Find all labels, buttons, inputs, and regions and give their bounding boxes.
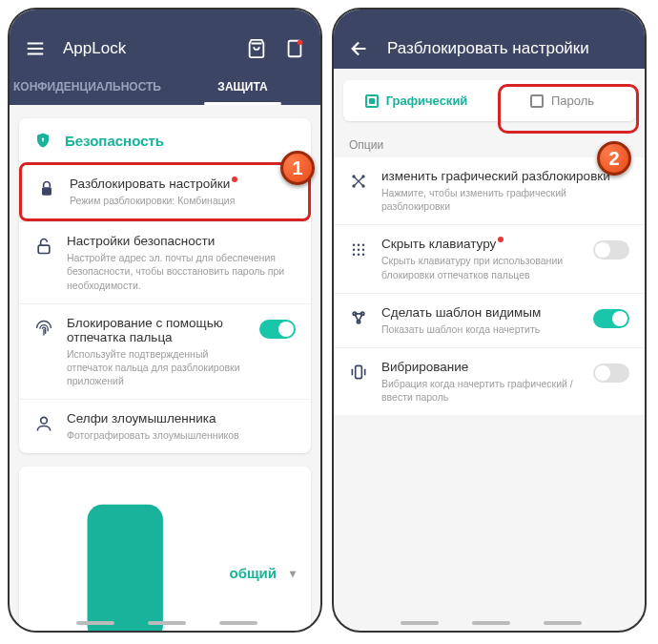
visible-toggle[interactable] bbox=[593, 309, 629, 328]
row-change-pattern[interactable]: изменить графический разблокировки Нажми… bbox=[334, 157, 645, 224]
options-list: изменить графический разблокировки Нажми… bbox=[334, 157, 645, 415]
general-card[interactable]: общий ▾ bbox=[19, 467, 311, 631]
row-unlock-settings[interactable]: Разблокировать настройки Режим разблокир… bbox=[19, 162, 311, 221]
segment-pattern-label: Графический bbox=[386, 93, 468, 108]
visible-title: Сделать шаблон видимым bbox=[381, 305, 580, 320]
square-check-icon bbox=[365, 94, 379, 108]
shield-icon bbox=[34, 132, 51, 149]
security-card: Безопасность Разблокировать настройки Ре… bbox=[19, 118, 311, 453]
shop-icon[interactable] bbox=[246, 38, 267, 59]
segment-container: Графический Пароль bbox=[334, 69, 645, 127]
svg-rect-5 bbox=[38, 245, 50, 253]
svg-point-14 bbox=[362, 244, 365, 247]
nav-pill bbox=[401, 621, 439, 625]
nav-pill bbox=[76, 621, 114, 625]
screen-applock-settings: AppLock КОНФИДЕНЦИАЛЬНОСТЬ ЗАЩИТА Безопа… bbox=[8, 8, 322, 633]
hidekb-toggle[interactable] bbox=[593, 240, 629, 260]
security-header-label: Безопасность bbox=[65, 133, 164, 149]
vibrate-sub: Вибрация когда начертить графический / в… bbox=[381, 377, 580, 404]
selfie-title: Селфи злоумышленника bbox=[67, 411, 296, 426]
finger-text: Блокирование с помощью отпечатка пальца … bbox=[67, 316, 246, 388]
svg-rect-3 bbox=[42, 139, 43, 141]
unlock-title: Разблокировать настройки bbox=[70, 177, 230, 191]
pattern-icon bbox=[349, 172, 368, 191]
content-area: Безопасность Разблокировать настройки Ре… bbox=[10, 105, 320, 631]
nav-pill bbox=[219, 621, 257, 625]
row-hide-keyboard[interactable]: Скрыть клавиатуру Скрыть клавиатуру при … bbox=[334, 224, 645, 292]
app-title: AppLock bbox=[63, 39, 229, 58]
selfie-text: Селфи злоумышленника Фотографировать зло… bbox=[67, 411, 296, 442]
vibrate-toggle[interactable] bbox=[593, 364, 629, 383]
keyboard-icon bbox=[349, 239, 368, 259]
hidekb-sub: Скрыть клавиатуру при использовании блок… bbox=[381, 254, 580, 280]
square-icon bbox=[530, 94, 544, 108]
fingerprint-icon bbox=[34, 319, 53, 338]
visible-icon bbox=[349, 308, 368, 327]
lock-icon bbox=[37, 179, 56, 198]
change-sub: Нажмите, чтобы изменить графический разб… bbox=[381, 186, 629, 213]
tab-protect[interactable]: ЗАЩИТА bbox=[165, 69, 320, 105]
svg-point-1 bbox=[298, 40, 303, 46]
svg-point-6 bbox=[41, 418, 48, 425]
selfie-sub: Фотографировать злоумышленников bbox=[67, 428, 296, 442]
unlock-sub: Режим разблокировки: Комбинация bbox=[70, 194, 293, 207]
svg-point-15 bbox=[353, 249, 356, 252]
svg-point-18 bbox=[353, 254, 356, 257]
tabs: КОНФИДЕНЦИАЛЬНОСТЬ ЗАЩИТА bbox=[10, 69, 320, 105]
finger-sub: Используйте подтвержденный отпечаток пал… bbox=[67, 347, 246, 388]
intruder-icon bbox=[34, 414, 53, 433]
secset-sub: Настройте адрес эл. почты для обеспечени… bbox=[67, 251, 296, 292]
tab-privacy[interactable]: КОНФИДЕНЦИАЛЬНОСТЬ bbox=[10, 69, 165, 105]
screen-title: Разблокировать настройки bbox=[387, 39, 629, 58]
app-header: AppLock bbox=[10, 29, 320, 69]
segment-password-label: Пароль bbox=[551, 93, 594, 108]
vibrate-title: Вибрирование bbox=[381, 360, 580, 374]
finger-title: Блокирование с помощью отпечатка пальца bbox=[67, 316, 246, 344]
status-bar bbox=[10, 10, 320, 29]
general-label: общий bbox=[229, 565, 277, 581]
row-fingerprint[interactable]: Блокирование с помощью отпечатка пальца … bbox=[19, 303, 311, 400]
row-security-settings[interactable]: Настройки безопасности Настройте адрес э… bbox=[19, 221, 311, 303]
theme-icon[interactable] bbox=[284, 38, 305, 59]
unlock-type-segment: Графический Пароль bbox=[343, 80, 635, 121]
step-badge-2: 2 bbox=[597, 141, 631, 176]
menu-icon[interactable] bbox=[25, 38, 46, 59]
svg-point-12 bbox=[353, 244, 356, 247]
status-bar bbox=[334, 10, 645, 29]
step-badge-1: 1 bbox=[280, 151, 315, 185]
svg-point-20 bbox=[362, 254, 365, 257]
app-header: Разблокировать настройки bbox=[334, 29, 645, 69]
back-icon[interactable] bbox=[349, 38, 370, 59]
segment-password[interactable]: Пароль bbox=[489, 80, 635, 121]
svg-point-19 bbox=[358, 254, 360, 257]
new-dot-icon bbox=[232, 177, 237, 182]
hidekb-title: Скрыть клавиатуру bbox=[381, 237, 496, 251]
svg-point-13 bbox=[358, 244, 360, 247]
row-pattern-visible[interactable]: Сделать шаблон видимым Показать шаблон к… bbox=[334, 293, 645, 347]
change-title: изменить графический разблокировки bbox=[381, 169, 629, 183]
secset-title: Настройки безопасности bbox=[67, 234, 296, 248]
screen-unlock-settings: Разблокировать настройки Графический Пар… bbox=[332, 8, 647, 633]
svg-rect-4 bbox=[42, 187, 51, 195]
unlock-text: Разблокировать настройки Режим разблокир… bbox=[70, 177, 293, 207]
nav-pill bbox=[544, 621, 582, 625]
nav-pill bbox=[472, 621, 510, 625]
secset-text: Настройки безопасности Настройте адрес э… bbox=[67, 234, 296, 292]
visible-sub: Показать шаблон когда начертить bbox=[381, 322, 580, 336]
row-vibrate[interactable]: Вибрирование Вибрация когда начертить гр… bbox=[334, 347, 645, 415]
vibrate-icon bbox=[349, 363, 368, 382]
security-header: Безопасность bbox=[19, 118, 311, 162]
phone-icon bbox=[34, 482, 216, 631]
segment-pattern[interactable]: Графический bbox=[343, 80, 489, 121]
svg-rect-24 bbox=[356, 365, 362, 378]
nav-pill bbox=[148, 621, 186, 625]
svg-point-16 bbox=[358, 249, 360, 252]
chevron-down-icon: ▾ bbox=[290, 567, 296, 580]
svg-point-17 bbox=[362, 249, 365, 252]
svg-rect-7 bbox=[88, 505, 163, 631]
padlock-icon bbox=[34, 237, 53, 256]
fingerprint-toggle[interactable] bbox=[259, 320, 296, 339]
new-dot-icon bbox=[498, 237, 504, 242]
row-intruder-selfie[interactable]: Селфи злоумышленника Фотографировать зло… bbox=[19, 399, 311, 453]
